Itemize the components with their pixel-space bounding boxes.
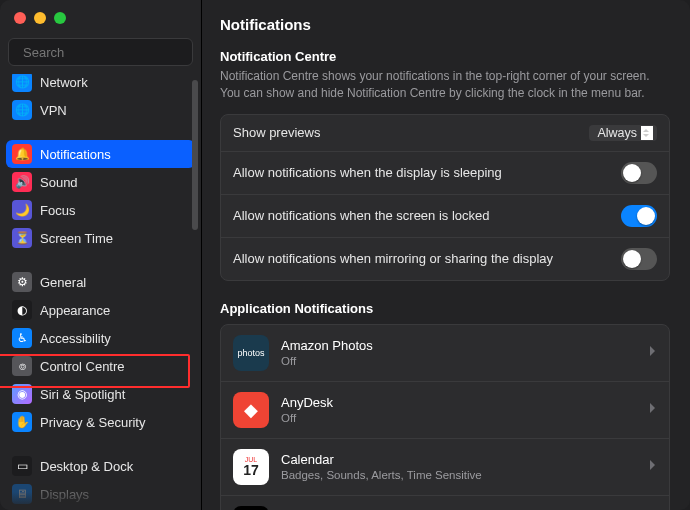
toggle-allow-locked[interactable] <box>621 205 657 227</box>
search-input[interactable] <box>23 45 191 60</box>
bell-icon: 🔔 <box>12 144 32 164</box>
apps-heading: Application Notifications <box>220 301 670 316</box>
row-label: Show previews <box>233 125 320 140</box>
sidebar-item-label: Network <box>40 75 88 90</box>
sidebar-list: 🌐 Network 🌐 VPN 🔔 Notifications 🔊 Sound … <box>0 74 201 510</box>
vpn-icon: 🌐 <box>12 100 32 120</box>
row-allow-locked: Allow notifications when the screen is l… <box>221 195 669 238</box>
fullscreen-window-button[interactable] <box>54 12 66 24</box>
app-sub: Badges, Sounds, Alerts, Time Sensitive <box>281 469 637 481</box>
notification-settings-card: Show previews Always Allow notifications… <box>220 114 670 281</box>
capcut-icon: ✂︎ <box>233 506 269 510</box>
fade-overlay <box>0 492 201 510</box>
app-row-anydesk[interactable]: ◆ AnyDesk Off <box>221 382 669 439</box>
sidebar-scrollbar[interactable] <box>192 80 198 410</box>
sidebar-item-appearance[interactable]: ◐ Appearance <box>6 296 195 324</box>
page-title: Notifications <box>220 16 670 33</box>
toggle-allow-sleeping[interactable] <box>621 162 657 184</box>
close-window-button[interactable] <box>14 12 26 24</box>
hourglass-icon: ⏳ <box>12 228 32 248</box>
sidebar-item-label: Privacy & Security <box>40 415 145 430</box>
sidebar-item-label: Focus <box>40 203 75 218</box>
app-row-amazon-photos[interactable]: photos Amazon Photos Off <box>221 325 669 382</box>
dock-icon: ▭ <box>12 456 32 476</box>
sidebar-item-label: Appearance <box>40 303 110 318</box>
sidebar-item-label: Sound <box>40 175 78 190</box>
amazon-photos-icon: photos <box>233 335 269 371</box>
moon-icon: 🌙 <box>12 200 32 220</box>
content-pane: Notifications Notification Centre Notifi… <box>202 0 690 510</box>
app-sub: Off <box>281 355 637 367</box>
sidebar-item-label: Control Centre <box>40 359 125 374</box>
sidebar-item-label: Desktop & Dock <box>40 459 133 474</box>
sidebar-item-desktop-dock[interactable]: ▭ Desktop & Dock <box>6 452 195 480</box>
app-name: Calendar <box>281 452 637 467</box>
row-label: Allow notifications when the screen is l… <box>233 208 490 223</box>
sidebar-item-accessibility[interactable]: ♿︎ Accessibility <box>6 324 195 352</box>
sidebar-item-siri-spotlight[interactable]: ◉ Siri & Spotlight <box>6 380 195 408</box>
sidebar-item-label: VPN <box>40 103 67 118</box>
sidebar-item-focus[interactable]: 🌙 Focus <box>6 196 195 224</box>
up-down-icon <box>641 126 653 140</box>
sidebar-item-label: Notifications <box>40 147 111 162</box>
hand-icon: ✋ <box>12 412 32 432</box>
accessibility-icon: ♿︎ <box>12 328 32 348</box>
app-meta: AnyDesk Off <box>281 395 637 424</box>
show-previews-select[interactable]: Always <box>589 125 657 141</box>
control-centre-icon: ⌾ <box>12 356 32 376</box>
application-notifications-list: photos Amazon Photos Off ◆ AnyDesk Off J… <box>220 324 670 510</box>
chevron-right-icon <box>649 459 657 474</box>
app-meta: Amazon Photos Off <box>281 338 637 367</box>
sidebar-scrollbar-thumb[interactable] <box>192 80 198 230</box>
select-value: Always <box>597 126 637 140</box>
speaker-icon: 🔊 <box>12 172 32 192</box>
row-label: Allow notifications when the display is … <box>233 165 502 180</box>
gear-icon: ⚙︎ <box>12 272 32 292</box>
window-controls <box>0 0 201 34</box>
sidebar: 🌐 Network 🌐 VPN 🔔 Notifications 🔊 Sound … <box>0 0 202 510</box>
row-allow-mirroring: Allow notifications when mirroring or sh… <box>221 238 669 280</box>
section-heading: Notification Centre <box>220 49 670 64</box>
sidebar-item-network[interactable]: 🌐 Network <box>6 74 195 96</box>
app-row-calendar[interactable]: JUL17 Calendar Badges, Sounds, Alerts, T… <box>221 439 669 496</box>
siri-icon: ◉ <box>12 384 32 404</box>
sidebar-item-label: Accessibility <box>40 331 111 346</box>
sidebar-item-control-centre[interactable]: ⌾ Control Centre <box>6 352 195 380</box>
toggle-allow-mirroring[interactable] <box>621 248 657 270</box>
row-show-previews[interactable]: Show previews Always <box>221 115 669 152</box>
row-label: Allow notifications when mirroring or sh… <box>233 251 553 266</box>
globe-icon: 🌐 <box>12 74 32 92</box>
app-name: Amazon Photos <box>281 338 637 353</box>
sidebar-item-label: Siri & Spotlight <box>40 387 125 402</box>
sidebar-item-label: Screen Time <box>40 231 113 246</box>
sidebar-item-label: General <box>40 275 86 290</box>
chevron-right-icon <box>649 345 657 360</box>
sidebar-item-screen-time[interactable]: ⏳ Screen Time <box>6 224 195 252</box>
chevron-right-icon <box>649 402 657 417</box>
calendar-icon: JUL17 <box>233 449 269 485</box>
search-field[interactable] <box>8 38 193 66</box>
minimize-window-button[interactable] <box>34 12 46 24</box>
app-row-capcut[interactable]: ✂︎ CapCut Off <box>221 496 669 510</box>
row-allow-sleeping: Allow notifications when the display is … <box>221 152 669 195</box>
sidebar-item-privacy-security[interactable]: ✋ Privacy & Security <box>6 408 195 436</box>
sidebar-item-vpn[interactable]: 🌐 VPN <box>6 96 195 124</box>
section-description: Notification Centre shows your notificat… <box>220 68 670 102</box>
app-name: AnyDesk <box>281 395 637 410</box>
appearance-icon: ◐ <box>12 300 32 320</box>
app-sub: Off <box>281 412 637 424</box>
sidebar-item-general[interactable]: ⚙︎ General <box>6 268 195 296</box>
app-meta: Calendar Badges, Sounds, Alerts, Time Se… <box>281 452 637 481</box>
anydesk-icon: ◆ <box>233 392 269 428</box>
sidebar-item-notifications[interactable]: 🔔 Notifications <box>6 140 195 168</box>
sidebar-item-sound[interactable]: 🔊 Sound <box>6 168 195 196</box>
